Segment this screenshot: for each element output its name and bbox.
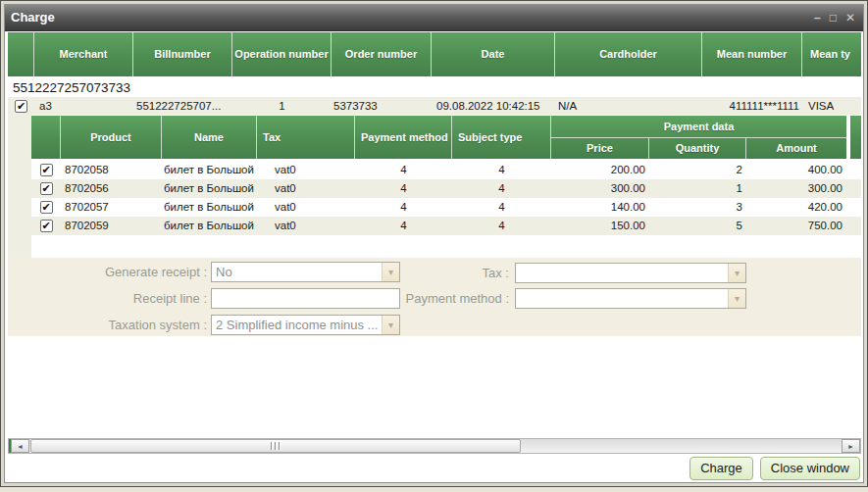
cell-mean-type: VISA <box>802 97 861 115</box>
header-order-number[interactable]: Order number <box>332 32 432 76</box>
maximize-icon[interactable]: □ <box>830 12 837 24</box>
header-price[interactable]: Price <box>551 138 649 160</box>
payment-method-label: Payment method : <box>362 288 509 309</box>
empty-area <box>8 336 861 438</box>
cell-amount: 300.00 <box>746 179 846 198</box>
cell-payment-method: 4 <box>355 161 452 179</box>
taxation-system-label: Taxation system : <box>8 315 207 335</box>
tax-select[interactable]: ▾ <box>515 263 746 283</box>
chevron-down-icon[interactable]: ▾ <box>382 316 399 334</box>
scrollbar-grip <box>275 442 277 450</box>
close-icon[interactable]: ✕ <box>845 12 855 24</box>
header-merchant[interactable]: Merchant <box>34 32 133 76</box>
header-mean-type[interactable]: Mean ty <box>802 32 861 76</box>
generate-receipt-value: No <box>216 265 232 279</box>
product-grid: Product Name Tax Payment method Subject … <box>31 115 861 258</box>
header-payment-data-group: Payment data Price Quantity Amount <box>551 116 846 159</box>
charge-row[interactable]: ✔ a3 551222725707... 1 5373733 09.08.202… <box>8 97 861 115</box>
product-checkbox[interactable]: ✔ <box>40 164 53 176</box>
cell-quantity: 2 <box>649 161 746 179</box>
generate-receipt-label: Generate receipt : <box>8 262 207 282</box>
cell-subject-type: 4 <box>452 198 551 217</box>
scrollbar-thumb[interactable] <box>30 439 521 453</box>
row-checkbox[interactable]: ✔ <box>15 100 27 113</box>
header-operation-number[interactable]: Operation number <box>232 32 332 76</box>
product-checkbox[interactable]: ✔ <box>40 182 53 195</box>
payment-method-select[interactable]: ▾ <box>515 288 746 309</box>
header-checkbox-column <box>8 32 34 76</box>
cell-mean-number: 411111***1111 <box>702 97 802 115</box>
header-subject-type[interactable]: Subject type <box>452 116 551 159</box>
receipt-form: Generate receipt : No ▾ Receipt line : T… <box>8 258 861 336</box>
cell-amount: 400.00 <box>746 161 846 179</box>
title-bar[interactable]: Charge – □ ✕ <box>5 5 863 31</box>
header-payment-method[interactable]: Payment method <box>355 116 452 159</box>
header-amount[interactable]: Amount <box>746 138 846 160</box>
header-date[interactable]: Date <box>432 32 555 76</box>
cell-merchant: a3 <box>34 97 133 115</box>
taxation-system-select[interactable]: 2 Simplified income minus ... ▾ <box>211 315 400 335</box>
cell-payment-method: 4 <box>355 179 452 198</box>
cell-product: 8702058 <box>61 161 162 179</box>
taxation-system-value: 2 Simplified income minus ... <box>216 318 378 332</box>
cell-product: 8702056 <box>61 179 162 198</box>
cell-name: билет в Большой теа... <box>162 198 257 217</box>
product-checkbox[interactable]: ✔ <box>40 220 53 232</box>
header-next-column-clipped <box>850 116 861 159</box>
product-row[interactable]: ✔ 8702056 билет в Большой теа... vat0 4 … <box>31 179 861 198</box>
cell-price: 140.00 <box>551 198 649 217</box>
cell-price: 200.00 <box>551 161 649 179</box>
cell-date: 09.08.2022 10:42:15 <box>432 97 555 115</box>
product-row[interactable]: ✔ 8702057 билет в Большой теа... vat0 4 … <box>31 198 861 217</box>
chevron-down-icon[interactable]: ▾ <box>728 264 745 282</box>
cell-tax: vat0 <box>257 179 355 198</box>
cell-subject-type: 4 <box>452 217 551 235</box>
charges-grid-header: Merchant Billnumber Operation number Ord… <box>8 32 861 76</box>
horizontal-scrollbar[interactable]: ◄ ► <box>8 438 861 454</box>
screen: Charge – □ ✕ Merchant Billnumber Operati… <box>0 0 868 492</box>
cell-tax: vat0 <box>257 198 355 217</box>
scroll-right-icon[interactable]: ► <box>842 439 860 453</box>
chevron-down-icon[interactable]: ▾ <box>728 289 745 308</box>
product-grid-header: Product Name Tax Payment method Subject … <box>31 116 861 159</box>
cell-operation-number: 1 <box>232 97 332 115</box>
cell-amount: 750.00 <box>746 217 846 235</box>
header-tax[interactable]: Tax <box>257 116 355 159</box>
charge-dialog: Charge – □ ✕ Merchant Billnumber Operati… <box>0 0 868 487</box>
product-row[interactable]: ✔ 8702058 билет в Большой теа... vat0 4 … <box>31 161 861 179</box>
window-title: Charge <box>11 5 55 30</box>
cell-subject-type: 4 <box>452 179 551 198</box>
scrollbar-grip <box>279 442 281 450</box>
row-detail-panel: Product Name Tax Payment method Subject … <box>8 115 861 258</box>
cell-quantity: 1 <box>649 179 746 198</box>
cell-price: 150.00 <box>551 217 649 235</box>
header-cardholder[interactable]: Cardholder <box>555 32 702 76</box>
cell-name: билет в Большой теа... <box>162 179 257 198</box>
header-quantity[interactable]: Quantity <box>649 138 746 160</box>
header-billnumber[interactable]: Billnumber <box>133 32 232 76</box>
tax-label: Tax : <box>362 263 509 283</box>
header-product[interactable]: Product <box>61 116 162 159</box>
cell-billnumber: 551222725707... <box>133 97 232 115</box>
dialog-footer: Charge Close window <box>8 454 861 482</box>
product-row[interactable]: ✔ 8702059 билет в Большой теа... vat0 4 … <box>31 217 861 235</box>
minimize-icon[interactable]: – <box>814 12 821 24</box>
receipt-line-label: Receipt line : <box>8 288 207 309</box>
close-window-button[interactable]: Close window <box>760 457 860 480</box>
cell-quantity: 3 <box>649 198 746 217</box>
cell-cardholder: N/A <box>555 97 702 115</box>
group-row[interactable]: 5512227257073733 <box>8 78 861 97</box>
cell-subject-type: 4 <box>452 161 551 179</box>
cell-payment-method: 4 <box>355 217 452 235</box>
scroll-left-icon[interactable]: ◄ <box>11 439 29 453</box>
charge-button[interactable]: Charge <box>689 457 753 480</box>
cell-price: 300.00 <box>551 179 649 198</box>
cell-product: 8702057 <box>61 198 162 217</box>
cell-payment-method: 4 <box>355 198 452 217</box>
header-name[interactable]: Name <box>162 116 257 159</box>
header-payment-data: Payment data <box>551 116 846 138</box>
cell-name: билет в Большой теа... <box>162 161 257 179</box>
product-checkbox[interactable]: ✔ <box>40 201 53 214</box>
header-mean-number[interactable]: Mean number <box>702 32 802 76</box>
cell-name: билет в Большой теа... <box>162 217 257 235</box>
